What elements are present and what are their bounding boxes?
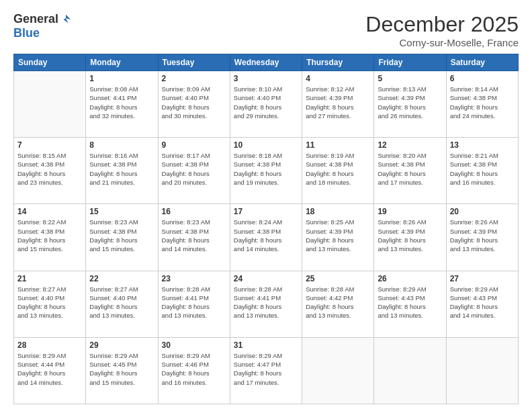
day-info: Sunrise: 8:15 AM Sunset: 4:38 PM Dayligh…: [17, 151, 82, 187]
calendar-day-header: Monday: [86, 54, 158, 71]
day-info: Sunrise: 8:10 AM Sunset: 4:40 PM Dayligh…: [234, 85, 298, 120]
day-info: Sunrise: 8:28 AM Sunset: 4:42 PM Dayligh…: [306, 285, 370, 320]
day-info: Sunrise: 8:28 AM Sunset: 4:41 PM Dayligh…: [234, 285, 298, 320]
day-number: 23: [162, 274, 226, 283]
calendar-cell: 16Sunrise: 8:23 AM Sunset: 4:38 PM Dayli…: [158, 204, 230, 271]
calendar-cell: 12Sunrise: 8:20 AM Sunset: 4:38 PM Dayli…: [374, 138, 446, 204]
day-number: 20: [450, 207, 515, 216]
calendar-week-row: 7Sunrise: 8:15 AM Sunset: 4:38 PM Daylig…: [14, 138, 519, 204]
day-number: 19: [378, 207, 442, 216]
calendar-cell: [302, 337, 374, 404]
day-info: Sunrise: 8:29 AM Sunset: 4:46 PM Dayligh…: [162, 351, 226, 387]
month-title: December 2025: [365, 12, 519, 37]
day-number: 27: [450, 274, 515, 283]
calendar-cell: 30Sunrise: 8:29 AM Sunset: 4:46 PM Dayli…: [158, 337, 230, 404]
day-info: Sunrise: 8:12 AM Sunset: 4:39 PM Dayligh…: [306, 85, 370, 120]
calendar: SundayMondayTuesdayWednesdayThursdayFrid…: [13, 54, 519, 404]
calendar-cell: 26Sunrise: 8:29 AM Sunset: 4:43 PM Dayli…: [374, 271, 446, 337]
day-info: Sunrise: 8:26 AM Sunset: 4:39 PM Dayligh…: [378, 218, 442, 253]
title-section: December 2025 Corny-sur-Moselle, France: [365, 12, 519, 48]
calendar-cell: 25Sunrise: 8:28 AM Sunset: 4:42 PM Dayli…: [302, 271, 374, 337]
calendar-week-row: 1Sunrise: 8:08 AM Sunset: 4:41 PM Daylig…: [14, 71, 519, 138]
calendar-cell: 3Sunrise: 8:10 AM Sunset: 4:40 PM Daylig…: [230, 71, 302, 138]
calendar-cell: 21Sunrise: 8:27 AM Sunset: 4:40 PM Dayli…: [14, 271, 86, 337]
calendar-cell: 17Sunrise: 8:24 AM Sunset: 4:38 PM Dayli…: [230, 204, 302, 271]
header: General Blue December 2025 Corny-sur-Mos…: [13, 12, 519, 48]
calendar-week-row: 21Sunrise: 8:27 AM Sunset: 4:40 PM Dayli…: [14, 271, 519, 337]
day-number: 12: [378, 140, 442, 150]
calendar-cell: 4Sunrise: 8:12 AM Sunset: 4:39 PM Daylig…: [302, 71, 374, 138]
day-number: 2: [162, 74, 226, 83]
calendar-cell: 1Sunrise: 8:08 AM Sunset: 4:41 PM Daylig…: [86, 71, 158, 138]
calendar-cell: 13Sunrise: 8:21 AM Sunset: 4:38 PM Dayli…: [446, 138, 518, 204]
page: General Blue December 2025 Corny-sur-Mos…: [0, 0, 532, 411]
calendar-day-header: Sunday: [14, 54, 86, 71]
calendar-cell: 9Sunrise: 8:17 AM Sunset: 4:38 PM Daylig…: [158, 138, 230, 204]
calendar-cell: 5Sunrise: 8:13 AM Sunset: 4:39 PM Daylig…: [374, 71, 446, 138]
day-number: 30: [162, 340, 226, 350]
day-info: Sunrise: 8:09 AM Sunset: 4:40 PM Dayligh…: [162, 85, 226, 120]
calendar-week-row: 28Sunrise: 8:29 AM Sunset: 4:44 PM Dayli…: [14, 337, 519, 404]
day-number: 13: [450, 140, 515, 150]
day-info: Sunrise: 8:21 AM Sunset: 4:38 PM Dayligh…: [450, 151, 515, 187]
day-number: 31: [234, 340, 298, 350]
day-info: Sunrise: 8:18 AM Sunset: 4:38 PM Dayligh…: [234, 151, 298, 187]
calendar-cell: 29Sunrise: 8:29 AM Sunset: 4:45 PM Dayli…: [86, 337, 158, 404]
day-number: 21: [17, 274, 82, 283]
calendar-cell: 2Sunrise: 8:09 AM Sunset: 4:40 PM Daylig…: [158, 71, 230, 138]
calendar-cell: 23Sunrise: 8:28 AM Sunset: 4:41 PM Dayli…: [158, 271, 230, 337]
calendar-cell: 8Sunrise: 8:16 AM Sunset: 4:38 PM Daylig…: [86, 138, 158, 204]
calendar-cell: 18Sunrise: 8:25 AM Sunset: 4:39 PM Dayli…: [302, 204, 374, 271]
logo-blue: Blue: [13, 26, 40, 40]
calendar-day-header: Saturday: [446, 54, 518, 71]
day-number: 3: [234, 74, 298, 83]
day-info: Sunrise: 8:16 AM Sunset: 4:38 PM Dayligh…: [89, 151, 154, 187]
day-info: Sunrise: 8:22 AM Sunset: 4:38 PM Dayligh…: [17, 218, 82, 253]
calendar-cell: 15Sunrise: 8:23 AM Sunset: 4:38 PM Dayli…: [86, 204, 158, 271]
day-number: 24: [234, 274, 298, 283]
calendar-cell: 28Sunrise: 8:29 AM Sunset: 4:44 PM Dayli…: [14, 337, 86, 404]
day-info: Sunrise: 8:28 AM Sunset: 4:41 PM Dayligh…: [162, 285, 226, 320]
day-info: Sunrise: 8:20 AM Sunset: 4:38 PM Dayligh…: [378, 151, 442, 187]
day-number: 25: [306, 274, 370, 283]
day-number: 14: [17, 207, 82, 216]
day-number: 11: [306, 140, 370, 150]
day-info: Sunrise: 8:23 AM Sunset: 4:38 PM Dayligh…: [162, 218, 226, 253]
calendar-cell: 27Sunrise: 8:29 AM Sunset: 4:43 PM Dayli…: [446, 271, 518, 337]
calendar-cell: 20Sunrise: 8:26 AM Sunset: 4:39 PM Dayli…: [446, 204, 518, 271]
logo-bird-icon: [60, 13, 72, 26]
day-info: Sunrise: 8:13 AM Sunset: 4:39 PM Dayligh…: [378, 85, 442, 120]
calendar-cell: 10Sunrise: 8:18 AM Sunset: 4:38 PM Dayli…: [230, 138, 302, 204]
calendar-cell: 14Sunrise: 8:22 AM Sunset: 4:38 PM Dayli…: [14, 204, 86, 271]
day-number: 17: [234, 207, 298, 216]
calendar-day-header: Wednesday: [230, 54, 302, 71]
calendar-cell: [14, 71, 86, 138]
calendar-cell: 6Sunrise: 8:14 AM Sunset: 4:38 PM Daylig…: [446, 71, 518, 138]
calendar-header-row: SundayMondayTuesdayWednesdayThursdayFrid…: [14, 54, 519, 71]
day-info: Sunrise: 8:29 AM Sunset: 4:47 PM Dayligh…: [234, 351, 298, 387]
logo: General Blue: [13, 12, 72, 40]
day-info: Sunrise: 8:29 AM Sunset: 4:43 PM Dayligh…: [378, 285, 442, 320]
day-number: 10: [234, 140, 298, 150]
day-number: 7: [17, 140, 82, 150]
day-number: 8: [89, 140, 154, 150]
calendar-day-header: Tuesday: [158, 54, 230, 71]
day-number: 5: [378, 74, 442, 83]
calendar-cell: 31Sunrise: 8:29 AM Sunset: 4:47 PM Dayli…: [230, 337, 302, 404]
day-number: 15: [89, 207, 154, 216]
day-number: 9: [162, 140, 226, 150]
day-number: 26: [378, 274, 442, 283]
calendar-cell: 7Sunrise: 8:15 AM Sunset: 4:38 PM Daylig…: [14, 138, 86, 204]
day-number: 28: [17, 340, 82, 350]
day-info: Sunrise: 8:08 AM Sunset: 4:41 PM Dayligh…: [89, 85, 154, 120]
day-number: 4: [306, 74, 370, 83]
day-info: Sunrise: 8:27 AM Sunset: 4:40 PM Dayligh…: [17, 285, 82, 320]
svg-marker-0: [63, 14, 71, 23]
location-title: Corny-sur-Moselle, France: [365, 37, 519, 48]
logo-general: General: [13, 12, 58, 26]
day-number: 22: [89, 274, 154, 283]
day-info: Sunrise: 8:25 AM Sunset: 4:39 PM Dayligh…: [306, 218, 370, 253]
logo-text: General: [13, 12, 72, 26]
day-info: Sunrise: 8:29 AM Sunset: 4:43 PM Dayligh…: [450, 285, 515, 320]
day-number: 6: [450, 74, 515, 83]
